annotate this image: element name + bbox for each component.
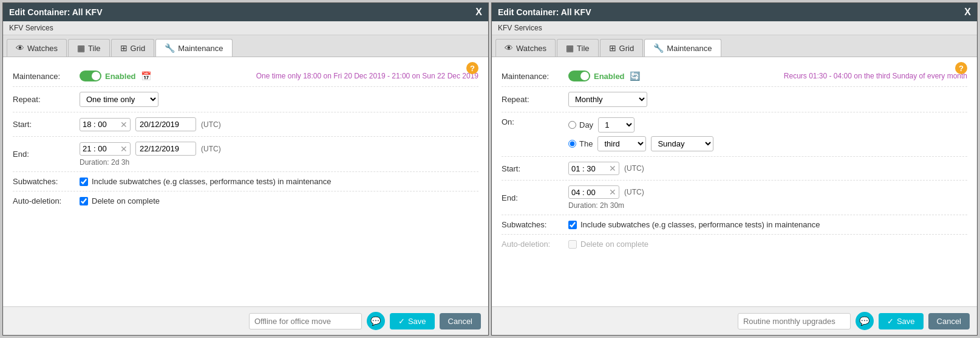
auto-deletion-label-2: Auto-deletion: bbox=[502, 240, 568, 249]
tile-icon-2: ▦ bbox=[566, 43, 574, 53]
subwatches-row-2: Subwatches: Include subwatches (e.g clas… bbox=[502, 215, 967, 235]
on-label-2: On: bbox=[502, 117, 568, 126]
tab-tile-1[interactable]: ▦ Tile bbox=[68, 39, 109, 57]
help-icon-1[interactable]: ? bbox=[466, 62, 478, 74]
tab-watches-2[interactable]: 👁 Watches bbox=[495, 39, 556, 57]
tab-grid-2[interactable]: ⊞ Grid bbox=[600, 39, 644, 57]
end-time-clear-2[interactable]: ✕ bbox=[609, 187, 616, 197]
auto-deletion-checkbox-1[interactable] bbox=[80, 197, 88, 205]
toggle-switch-2[interactable] bbox=[568, 71, 590, 81]
tab-maintenance-2[interactable]: 🔧 Maintenance bbox=[644, 39, 721, 57]
repeat-select-2[interactable]: One time only Daily Weekly Monthly bbox=[568, 92, 647, 107]
repeat-select-1[interactable]: One time only Daily Weekly Monthly bbox=[80, 92, 158, 107]
repeat-row-2: Repeat: One time only Daily Weekly Month… bbox=[502, 87, 967, 112]
start-time-field-2[interactable] bbox=[571, 164, 608, 173]
subwatches-row-1: Subwatches: Include subwatches (e.g clas… bbox=[13, 172, 478, 191]
on-day-select-2[interactable]: 123 bbox=[598, 117, 635, 133]
end-date-field-1[interactable] bbox=[135, 142, 196, 156]
auto-deletion-label-1: Auto-deletion: bbox=[13, 196, 80, 205]
maintenance-row-2: Maintenance: Enabled 🔄 Recurs 01:30 - 04… bbox=[502, 66, 967, 87]
save-check-icon-1: ✓ bbox=[398, 317, 405, 326]
on-day-text-2: Day bbox=[579, 120, 593, 129]
end-time-input-1[interactable]: ✕ bbox=[80, 142, 131, 156]
subwatches-checkbox-1[interactable] bbox=[80, 178, 88, 186]
subwatches-checkbox-2[interactable] bbox=[568, 221, 577, 229]
maintenance-label-1: Maintenance: bbox=[13, 72, 80, 81]
start-time-input-1[interactable]: ✕ bbox=[80, 118, 131, 131]
start-time-clear-1[interactable]: ✕ bbox=[120, 120, 128, 129]
cancel-button-2[interactable]: Cancel bbox=[928, 313, 970, 329]
dialog-2-title: Edit Container: All KFV bbox=[498, 7, 591, 17]
auto-deletion-checkbox-row-1: Delete on complete bbox=[80, 196, 160, 205]
toggle-enabled-2: Enabled bbox=[568, 71, 625, 81]
on-content-2: Day 123 The first second third bbox=[568, 117, 967, 151]
eye-icon: 👁 bbox=[16, 43, 24, 53]
auto-deletion-content-2: Delete on complete bbox=[568, 240, 967, 249]
chat-button-1[interactable]: 💬 bbox=[367, 312, 385, 330]
auto-deletion-row-2: Auto-deletion: Delete on complete bbox=[502, 235, 967, 254]
tab-watches-1-label: Watches bbox=[27, 44, 58, 53]
dialog-1-titlebar: Edit Container: All KFV X bbox=[3, 3, 488, 21]
end-time-field-1[interactable] bbox=[83, 144, 119, 153]
end-label-1: End: bbox=[13, 150, 80, 159]
end-content-1: ✕ (UTC) Duration: 2d 3h bbox=[80, 142, 478, 167]
tab-grid-1-label: Grid bbox=[131, 44, 146, 53]
subwatches-text-2: Include subwatches (e.g classes, perform… bbox=[580, 220, 820, 229]
save-button-1[interactable]: ✓ Save bbox=[390, 313, 435, 329]
footer-note-input-2[interactable] bbox=[738, 313, 851, 329]
auto-deletion-row-1: Auto-deletion: Delete on complete bbox=[13, 191, 478, 210]
tab-maintenance-1[interactable]: 🔧 Maintenance bbox=[155, 39, 232, 57]
start-time-clear-2[interactable]: ✕ bbox=[609, 164, 616, 173]
tab-tile-2[interactable]: ▦ Tile bbox=[557, 39, 598, 57]
end-content-2: ✕ (UTC) Duration: 2h 30m bbox=[568, 185, 967, 210]
tab-grid-1[interactable]: ⊞ Grid bbox=[111, 39, 155, 57]
cancel-button-1[interactable]: Cancel bbox=[440, 313, 481, 329]
dialog-2: Edit Container: All KFV X KFV Services 👁… bbox=[491, 2, 978, 336]
on-day-radio-2[interactable] bbox=[568, 121, 576, 129]
save-button-2[interactable]: ✓ Save bbox=[879, 313, 924, 329]
repeat-label-1: Repeat: bbox=[13, 95, 80, 104]
save-label-2: Save bbox=[897, 317, 915, 326]
start-label-1: Start: bbox=[13, 120, 80, 129]
end-time-field-2[interactable] bbox=[571, 188, 608, 197]
schedule-text-1: One time only 18:00 on Fri 20 Dec 2019 -… bbox=[256, 72, 478, 80]
start-time-field-1[interactable] bbox=[83, 120, 119, 129]
footer-note-input-1[interactable] bbox=[249, 313, 362, 329]
toggle-switch-1[interactable] bbox=[80, 71, 101, 81]
dialog-1-close-button[interactable]: X bbox=[475, 7, 482, 18]
on-the-select-2[interactable]: first second third fourth last bbox=[597, 136, 646, 151]
enabled-label-1: Enabled bbox=[105, 72, 136, 81]
dialog-2-subtitle: KFV Services bbox=[492, 21, 977, 35]
subwatches-checkbox-row-2: Include subwatches (e.g classes, perform… bbox=[568, 220, 820, 229]
maintenance-icon-1: 🔧 bbox=[165, 43, 175, 53]
tile-icon: ▦ bbox=[77, 43, 85, 53]
tab-grid-2-label: Grid bbox=[619, 44, 635, 53]
on-the-radio-2[interactable] bbox=[568, 140, 576, 148]
subwatches-label-1: Subwatches: bbox=[13, 177, 80, 186]
on-day-subrow-2: Day 123 bbox=[568, 117, 635, 133]
on-weekday-select-2[interactable]: Sunday Monday Tuesday Wednesday Thursday… bbox=[651, 136, 713, 151]
schedule-icon-1: 📅 bbox=[141, 71, 151, 81]
enabled-label-2: Enabled bbox=[594, 72, 625, 81]
end-row-2: End: ✕ (UTC) Duration: 2h 30m bbox=[502, 181, 967, 215]
maintenance-content-1: Enabled 📅 One time only 18:00 on Fri 20 … bbox=[80, 71, 478, 81]
end-time-clear-1[interactable]: ✕ bbox=[120, 144, 128, 154]
chat-button-2[interactable]: 💬 bbox=[856, 312, 874, 330]
start-date-field-1[interactable] bbox=[135, 117, 196, 131]
on-the-radio-label-2: The bbox=[568, 139, 593, 148]
toggle-enabled-1: Enabled bbox=[80, 71, 136, 81]
start-content-1: ✕ (UTC) bbox=[80, 117, 478, 131]
start-utc-1: (UTC) bbox=[201, 120, 221, 129]
repeat-row-1: Repeat: One time only Daily Weekly Month… bbox=[13, 87, 478, 112]
start-time-input-2[interactable]: ✕ bbox=[568, 162, 619, 175]
end-time-input-2[interactable]: ✕ bbox=[568, 185, 619, 199]
tab-watches-1[interactable]: 👁 Watches bbox=[7, 39, 67, 57]
tab-tile-2-label: Tile bbox=[577, 44, 589, 53]
auto-deletion-checkbox-2[interactable] bbox=[568, 240, 577, 249]
dialog-2-footer: 💬 ✓ Save Cancel bbox=[492, 306, 977, 335]
subwatches-text-1: Include subwatches (e.g classes, perform… bbox=[92, 177, 332, 186]
help-icon-2[interactable]: ? bbox=[955, 62, 967, 74]
dialog-2-close-button[interactable]: X bbox=[964, 7, 971, 18]
maintenance-row-1: Maintenance: Enabled 📅 One time only 18:… bbox=[13, 66, 478, 87]
grid-icon: ⊞ bbox=[120, 43, 128, 53]
